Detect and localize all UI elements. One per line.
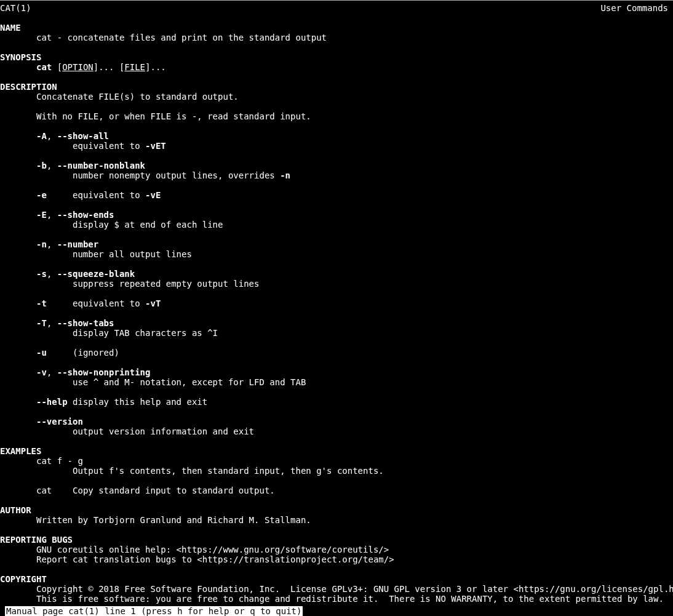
- option-desc: equivalent to: [73, 298, 145, 308]
- section-bugs-heading: REPORTING BUGS: [0, 535, 73, 545]
- example2-desc: Copy standard input to standard output.: [73, 486, 275, 495]
- header-left: CAT(1): [0, 3, 31, 13]
- copyright-line1: Copyright © 2018 Free Software Foundatio…: [36, 584, 673, 594]
- status-bar: Manual page cat(1) line 1 (press h for h…: [5, 606, 303, 616]
- option-flag-long: --show-nonprinting: [57, 367, 151, 377]
- option-desc-bold: -n: [280, 170, 290, 180]
- option-flag-long: --squeeze-blank: [57, 269, 135, 279]
- option-flag-short: -T: [36, 318, 47, 328]
- option-desc: number all output lines: [73, 249, 192, 259]
- option-desc: number nonempty output lines, overrides: [73, 170, 280, 180]
- option-desc: suppress repeated empty output lines: [73, 279, 259, 289]
- option-flag-sep: ,: [47, 318, 57, 328]
- author-text: Written by Torbjorn Granlund and Richard…: [36, 515, 311, 525]
- option-flag-short: -s: [36, 269, 47, 279]
- bugs-line2: Report cat translation bugs to <https://…: [36, 554, 394, 564]
- section-synopsis-heading: SYNOPSIS: [0, 52, 41, 62]
- option-desc: display TAB characters as ^I: [73, 328, 218, 338]
- description-line1: Concatenate FILE(s) to standard output.: [36, 92, 239, 102]
- option-flag-sep: ,: [47, 239, 57, 249]
- option-desc: display $ at end of each line: [73, 220, 223, 230]
- option-flag-short: -v: [36, 367, 47, 377]
- synopsis-file: FILE: [124, 62, 145, 72]
- option-flag-sep: ,: [47, 367, 57, 377]
- option-desc: output version information and exit: [73, 426, 254, 436]
- option-flag-long: --show-all: [57, 131, 109, 141]
- description-line2: With no FILE, or when FILE is -, read st…: [36, 111, 311, 121]
- synopsis-close2: ]...: [145, 62, 166, 72]
- section-description-heading: DESCRIPTION: [0, 82, 57, 92]
- option-desc: (ignored): [73, 348, 119, 358]
- option-flag-sep: ,: [47, 161, 57, 170]
- section-name-text: cat - concatenate files and print on the…: [36, 33, 327, 42]
- option-flag-long: --version: [36, 417, 83, 426]
- option-flag: -t: [36, 298, 47, 308]
- option-desc: equivalent to: [73, 141, 145, 151]
- option-flag-sep: ,: [47, 210, 57, 220]
- option-flag: --help: [36, 397, 68, 407]
- copyright-line2: This is free software: you are free to c…: [36, 594, 664, 604]
- option-flag-short: -E: [36, 210, 47, 220]
- header: CAT(1)User Commands: [0, 3, 673, 13]
- man-page[interactable]: CAT(1)User Commands NAME cat - concatena…: [0, 0, 673, 616]
- option-flag-sep: ,: [47, 269, 57, 279]
- example1-desc: Output f's contents, then standard input…: [73, 466, 384, 476]
- option-flag-long: --show-ends: [57, 210, 114, 220]
- option-flag-short: -b: [36, 161, 47, 170]
- option-flag-short: -A: [36, 131, 47, 141]
- option-desc: equivalent to: [73, 190, 145, 200]
- option-flag-long: --number-nonblank: [57, 161, 145, 170]
- section-author-heading: AUTHOR: [0, 505, 31, 515]
- synopsis-cmd: cat: [36, 62, 52, 72]
- option-desc: display this help and exit: [73, 397, 207, 407]
- example1-cmd: cat f - g: [36, 456, 83, 466]
- option-flag-long: --show-tabs: [57, 318, 114, 328]
- option-desc-bold: -vT: [145, 298, 161, 308]
- man-page-content: CAT(1)User Commands NAME cat - concatena…: [0, 1, 673, 604]
- option-flag: -u: [36, 348, 47, 358]
- bugs-line1: GNU coreutils online help: <https://www.…: [36, 545, 389, 554]
- example2-cmd: cat: [36, 486, 52, 495]
- synopsis-option: OPTION: [62, 62, 94, 72]
- synopsis-close1: ]... [: [94, 62, 125, 72]
- header-right: User Commands: [600, 3, 668, 13]
- options-list: -A, --show-all equivalent to -vET -b, --…: [0, 131, 306, 436]
- section-examples-heading: EXAMPLES: [0, 446, 41, 456]
- option-flag: -e: [36, 190, 47, 200]
- option-desc-bold: -vE: [145, 190, 161, 200]
- option-flag-short: -n: [36, 239, 47, 249]
- section-name-heading: NAME: [0, 23, 21, 33]
- option-flag-long: --number: [57, 239, 98, 249]
- synopsis-open: [: [52, 62, 62, 72]
- option-desc-bold: -vET: [145, 141, 166, 151]
- option-desc: use ^ and M- notation, except for LFD an…: [73, 377, 306, 387]
- option-flag-sep: ,: [47, 131, 57, 141]
- section-copyright-heading: COPYRIGHT: [0, 574, 47, 584]
